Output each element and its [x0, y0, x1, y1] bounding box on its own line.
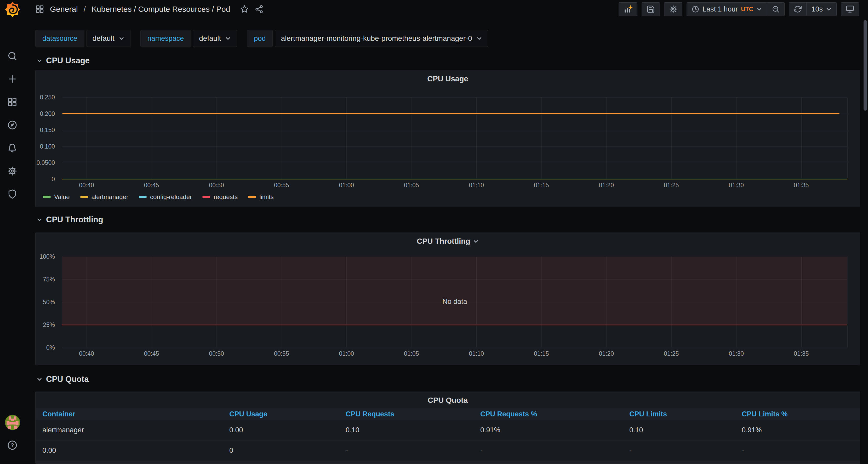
- star-icon[interactable]: [240, 5, 249, 13]
- panel-title-cpu-usage[interactable]: CPU Usage: [36, 75, 860, 83]
- cycle-view-button[interactable]: [841, 2, 859, 16]
- column-header-container[interactable]: Container: [36, 410, 223, 418]
- refresh-interval-value: 10s: [811, 5, 823, 13]
- search-icon[interactable]: [7, 51, 17, 61]
- server-admin-shield-icon[interactable]: [7, 189, 17, 199]
- column-header-cpu-limits-pct[interactable]: CPU Limits %: [735, 410, 860, 418]
- grafana-logo[interactable]: [4, 2, 21, 17]
- panel-title-text: CPU Quota: [428, 396, 468, 405]
- x-tick-label: 01:25: [664, 182, 679, 189]
- alerting-bell-icon[interactable]: [7, 143, 17, 153]
- explore-compass-icon[interactable]: [7, 120, 17, 130]
- v-gridline: [216, 97, 217, 179]
- apps-grid-icon[interactable]: [35, 5, 44, 13]
- refresh-group: 10s: [789, 2, 837, 16]
- chart-legend: Value alertmanager config-reloader reque…: [43, 193, 274, 201]
- panel-cpu-quota: CPU Quota Container CPU Usage CPU Reques…: [35, 392, 860, 464]
- grafana-dashboard: ? General / Kubernetes / Compute Resourc…: [0, 0, 868, 464]
- chevron-down-icon: [37, 376, 42, 382]
- dashboards-icon[interactable]: [7, 97, 17, 107]
- legend-item-alertmanager[interactable]: alertmanager: [80, 193, 128, 201]
- panel-cpu-throttling: CPU Throttling 100%75%50%25%0% No data 0…: [35, 233, 860, 366]
- x-tick-label: 01:10: [469, 350, 484, 357]
- refresh-button[interactable]: [789, 3, 806, 16]
- time-range-label: Last 1 hour: [703, 5, 738, 13]
- dashboard-settings-button[interactable]: [664, 2, 682, 16]
- vertical-scrollbar-thumb[interactable]: [864, 20, 867, 111]
- dashboard-title[interactable]: Kubernetes / Compute Resources / Pod: [92, 5, 230, 13]
- variable-label-pod: pod: [247, 30, 273, 47]
- variable-label-datasource: datasource: [35, 30, 85, 47]
- x-tick-label: 01:00: [339, 350, 354, 357]
- panel-title-cpu-throttling[interactable]: CPU Throttling: [36, 237, 860, 245]
- no-data-message: No data: [62, 298, 847, 306]
- x-tick-label: 01:30: [729, 350, 744, 357]
- cell-cpu-requests: -: [339, 446, 474, 455]
- x-tick-label: 00:55: [274, 182, 289, 189]
- cell-cpu-usage: 0: [223, 446, 339, 455]
- panel-title-text: CPU Throttling: [417, 237, 470, 245]
- legend-label: requests: [214, 193, 238, 201]
- share-icon[interactable]: [255, 5, 264, 13]
- y-tick-label: 25%: [29, 321, 55, 328]
- legend-item-requests[interactable]: requests: [203, 193, 238, 201]
- legend-swatch: [203, 196, 210, 198]
- variable-value-datasource[interactable]: default: [87, 30, 130, 47]
- column-header-cpu-usage[interactable]: CPU Usage: [223, 410, 339, 418]
- table-row-partial: [36, 461, 860, 464]
- breadcrumb-root[interactable]: General: [50, 5, 78, 13]
- panel-title-cpu-quota[interactable]: CPU Quota: [36, 396, 860, 405]
- v-gridline: [541, 97, 542, 179]
- chevron-down-icon: [37, 217, 42, 223]
- chevron-down-icon: [473, 238, 479, 244]
- panel-title-text: CPU Usage: [427, 75, 468, 83]
- v-gridline: [736, 97, 737, 179]
- legend-item-limits[interactable]: limits: [248, 193, 274, 201]
- svg-text:?: ?: [11, 442, 14, 448]
- zoom-out-button[interactable]: [767, 3, 784, 16]
- column-header-cpu-requests[interactable]: CPU Requests: [339, 410, 474, 418]
- legend-item-config-reloader[interactable]: config-reloader: [139, 193, 192, 201]
- y-tick-label: 0.150: [29, 126, 55, 134]
- legend-label: limits: [259, 193, 274, 201]
- x-tick-label: 00:45: [144, 350, 159, 357]
- cpu-throttling-plot: No data: [62, 257, 847, 348]
- legend-swatch: [43, 196, 51, 198]
- x-tick-label: 01:25: [664, 350, 679, 357]
- x-tick-label: 01:15: [534, 182, 549, 189]
- column-header-cpu-requests-pct[interactable]: CPU Requests %: [474, 410, 623, 418]
- breadcrumb: General / Kubernetes / Compute Resources…: [35, 0, 264, 18]
- user-avatar[interactable]: [5, 415, 20, 430]
- variable-value-pod[interactable]: alertmanager-monitoring-kube-prometheus-…: [275, 30, 488, 47]
- create-plus-icon[interactable]: [7, 74, 17, 84]
- x-axis: 00:4000:4500:5000:5501:0001:0501:1001:15…: [62, 182, 847, 190]
- cell-cpu-limits: -: [623, 446, 735, 455]
- section-header-cpu-quota[interactable]: CPU Quota: [37, 375, 89, 384]
- threshold-line: [62, 325, 847, 325]
- legend-item-value[interactable]: Value: [43, 193, 70, 201]
- section-header-cpu-throttling[interactable]: CPU Throttling: [37, 215, 103, 225]
- timezone-label: UTC: [741, 6, 753, 13]
- variable-value-namespace[interactable]: default: [193, 30, 237, 47]
- x-tick-label: 01:05: [404, 350, 419, 357]
- help-icon[interactable]: ?: [7, 440, 18, 451]
- cell-cpu-usage: 0.00: [223, 426, 339, 434]
- section-title: CPU Usage: [46, 56, 90, 65]
- add-panel-button[interactable]: [619, 2, 638, 16]
- save-dashboard-button[interactable]: [642, 2, 660, 16]
- threshold-fill-region: [62, 257, 847, 325]
- legend-swatch: [248, 196, 256, 198]
- x-tick-label: 00:50: [209, 182, 224, 189]
- sidebar-nav: ?: [0, 0, 25, 464]
- y-tick-label: 75%: [29, 276, 55, 283]
- time-range-picker[interactable]: Last 1 hour UTC: [687, 3, 767, 16]
- h-gridline: [62, 163, 847, 163]
- v-gridline: [346, 97, 347, 179]
- section-header-cpu-usage[interactable]: CPU Usage: [37, 56, 90, 65]
- column-header-cpu-limits[interactable]: CPU Limits: [623, 410, 735, 418]
- configuration-gear-icon[interactable]: [7, 166, 17, 176]
- refresh-interval-dropdown[interactable]: 10s: [806, 3, 836, 16]
- time-range-group: Last 1 hour UTC: [687, 2, 784, 16]
- legend-label: config-reloader: [150, 193, 192, 201]
- x-tick-label: 00:45: [144, 182, 159, 189]
